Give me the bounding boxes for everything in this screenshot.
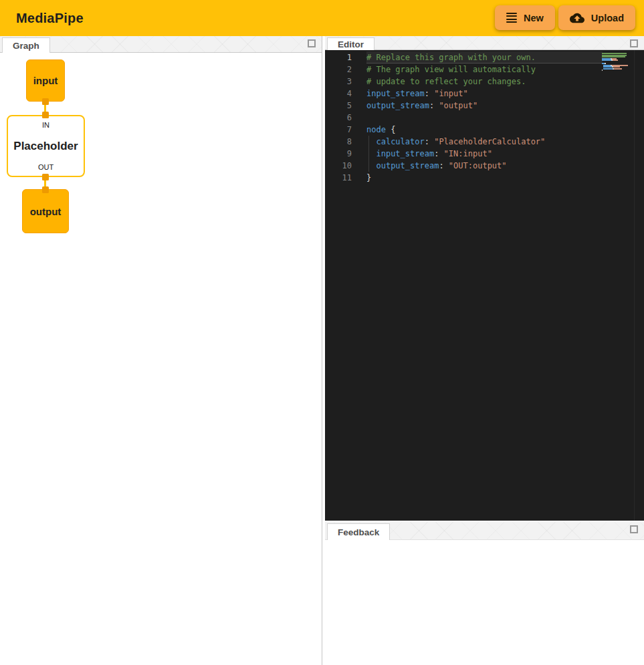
line-number: 9 bbox=[325, 148, 352, 160]
feedback-panel: Feedback bbox=[325, 522, 644, 665]
menu-icon bbox=[506, 13, 517, 23]
code-line-text: output_stream: "OUT:output" bbox=[366, 160, 603, 172]
code-line[interactable]: 10 output_stream: "OUT:output" bbox=[325, 160, 644, 172]
code-line-text: # The graph view will automatically bbox=[366, 63, 603, 76]
editor-panel: Editor 1# Replace this graph with your o… bbox=[325, 36, 644, 521]
feedback-tabstrip: Feedback bbox=[325, 522, 644, 540]
editor-minimap[interactable] bbox=[602, 53, 631, 72]
code-line[interactable]: 11} bbox=[325, 172, 644, 184]
graph-node-placeholder-label: Placeholder bbox=[13, 140, 78, 153]
upload-button-label: Upload bbox=[591, 13, 624, 23]
tab-graph-label: Graph bbox=[13, 41, 39, 51]
graph-panel: Graph input IN Placeholder OUT output bbox=[0, 36, 322, 665]
line-number: 11 bbox=[325, 172, 352, 184]
placeholder-in-port-handle bbox=[42, 112, 49, 118]
graph-node-input-label: input bbox=[33, 75, 58, 86]
tab-feedback-label: Feedback bbox=[338, 527, 379, 537]
tab-editor-label: Editor bbox=[338, 39, 364, 49]
code-line-text: input_stream: "input" bbox=[366, 88, 603, 100]
code-line[interactable]: 3# update to reflect your changes. bbox=[325, 76, 644, 88]
graph-node-input[interactable]: input bbox=[26, 59, 65, 102]
code-line-text: # update to reflect your changes. bbox=[366, 76, 603, 88]
editor-tabstrip: Editor bbox=[325, 36, 644, 50]
line-number: 5 bbox=[325, 100, 352, 112]
new-button-label: New bbox=[524, 13, 544, 23]
editor-maximize-icon[interactable] bbox=[630, 39, 638, 47]
graph-node-output[interactable]: output bbox=[22, 189, 69, 233]
input-out-port bbox=[42, 98, 49, 105]
tab-graph[interactable]: Graph bbox=[2, 37, 50, 53]
placeholder-in-port-label: IN bbox=[42, 121, 49, 129]
editor-code: 1# Replace this graph with your own.2# T… bbox=[325, 51, 644, 184]
app-header: MediaPipe New Upload bbox=[0, 0, 644, 36]
code-line-text: # Replace this graph with your own. bbox=[366, 51, 603, 63]
feedback-maximize-icon[interactable] bbox=[630, 525, 638, 533]
placeholder-out-port-handle bbox=[42, 174, 49, 180]
code-line[interactable]: 9 input_stream: "IN:input" bbox=[325, 148, 644, 160]
code-line[interactable]: 1# Replace this graph with your own. bbox=[325, 51, 644, 63]
line-number: 8 bbox=[325, 136, 352, 148]
minimap-line bbox=[602, 70, 631, 72]
code-editor[interactable]: 1# Replace this graph with your own.2# T… bbox=[325, 50, 644, 521]
code-line-text: node { bbox=[366, 124, 603, 136]
line-number: 1 bbox=[325, 51, 352, 63]
code-line-text bbox=[366, 112, 603, 124]
code-line[interactable]: 5output_stream: "output" bbox=[325, 100, 644, 112]
cloud-upload-icon bbox=[570, 11, 584, 25]
line-number: 4 bbox=[325, 88, 352, 100]
graph-maximize-icon[interactable] bbox=[308, 39, 316, 47]
output-in-port bbox=[42, 186, 49, 193]
line-number: 7 bbox=[325, 124, 352, 136]
graph-node-output-label: output bbox=[30, 206, 62, 217]
code-line[interactable]: 8 calculator: "PlaceholderCalculator" bbox=[325, 136, 644, 148]
code-line-text: } bbox=[366, 172, 603, 184]
line-number: 10 bbox=[325, 160, 352, 172]
tab-feedback[interactable]: Feedback bbox=[327, 523, 390, 540]
feedback-content bbox=[325, 540, 644, 665]
code-line[interactable]: 6 bbox=[325, 112, 644, 124]
tab-editor[interactable]: Editor bbox=[327, 37, 374, 50]
line-number: 6 bbox=[325, 112, 352, 124]
code-line-text: calculator: "PlaceholderCalculator" bbox=[366, 136, 603, 148]
graph-node-placeholder[interactable]: IN Placeholder OUT bbox=[7, 115, 85, 177]
header-buttons: New Upload bbox=[495, 5, 635, 30]
line-number: 2 bbox=[325, 63, 352, 76]
code-line[interactable]: 2# The graph view will automatically bbox=[325, 63, 644, 76]
line-number: 3 bbox=[325, 76, 352, 88]
graph-canvas[interactable]: input IN Placeholder OUT output bbox=[0, 53, 322, 665]
app-title: MediaPipe bbox=[16, 11, 84, 26]
code-line[interactable]: 7node { bbox=[325, 124, 644, 136]
graph-tabstrip: Graph bbox=[0, 36, 322, 53]
code-line-text: input_stream: "IN:input" bbox=[366, 148, 603, 160]
placeholder-out-port-label: OUT bbox=[38, 163, 53, 171]
upload-button[interactable]: Upload bbox=[558, 5, 635, 30]
new-button[interactable]: New bbox=[495, 5, 555, 30]
code-line-text: output_stream: "output" bbox=[366, 100, 603, 112]
code-line[interactable]: 4input_stream: "input" bbox=[325, 88, 644, 100]
